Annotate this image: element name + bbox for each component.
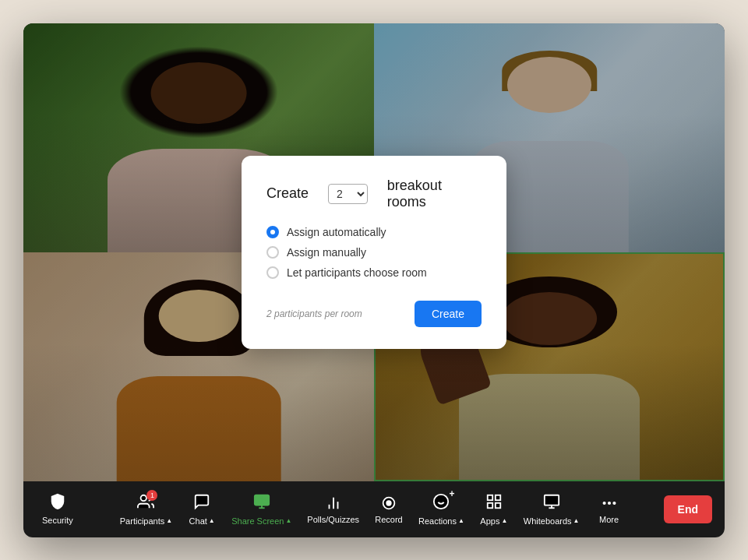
chat-icon-wrap [193,493,210,513]
assignment-options: Assign automatically Assign manually Let… [266,226,482,279]
create-button[interactable]: Create [415,301,482,327]
polls-label: Polls/Quizzes [307,515,359,524]
toolbar-reactions[interactable]: + Reactions ▲ [412,488,471,530]
reactions-label-group: Reactions ▲ [418,516,464,526]
whiteboards-label-group: Whiteboards ▲ [524,516,580,526]
toolbar-whiteboards[interactable]: Whiteboards ▲ [517,488,586,530]
share-screen-icon [253,493,270,510]
radio-label-manual: Assign manually [287,246,366,259]
radio-assign-auto[interactable]: Assign automatically [266,226,482,238]
apps-caret: ▲ [501,517,507,524]
participants-icon-wrap: 1 [137,493,154,513]
modal-title: Create 1 2 3 4 5 breakout rooms [266,178,482,210]
whiteboards-caret: ▲ [573,517,580,524]
apps-icon-wrap [485,493,503,513]
svg-point-9 [386,501,391,505]
modal-title-prefix: Create [266,185,309,202]
svg-rect-14 [496,495,500,499]
toolbar-apps[interactable]: Apps ▲ [474,488,514,530]
chat-icon [193,493,210,510]
modal-title-suffix: breakout rooms [387,178,482,210]
more-icon [601,495,618,512]
toolbar-polls[interactable]: Polls/Quizzes [301,490,365,529]
more-label: More [599,515,619,524]
modal-footer: 2 participants per room Create [266,301,482,327]
radio-circle-manual [266,246,279,259]
share-screen-label: Share Screen [231,516,284,526]
participants-label: Participants [120,516,164,526]
svg-point-10 [434,494,448,508]
apps-label-group: Apps ▲ [480,516,507,526]
apps-label: Apps [480,516,499,526]
security-label: Security [42,516,73,525]
toolbar-left: Security [36,488,79,530]
modal-overlay: Create 1 2 3 4 5 breakout rooms [23,23,725,481]
video-grid: Create 1 2 3 4 5 breakout rooms [23,23,725,481]
svg-rect-15 [488,502,492,507]
chat-caret: ▲ [209,517,215,524]
security-icon [49,493,66,512]
participants-label-group: Participants ▲ [120,516,172,526]
radio-circle-choose [266,266,279,279]
toolbar-center: 1 Participants ▲ Chat ▲ [114,488,630,530]
toolbar-more[interactable]: More [589,490,630,529]
breakout-room-modal: Create 1 2 3 4 5 breakout rooms [242,156,506,349]
svg-point-20 [603,502,605,504]
toolbar-security[interactable]: Security [36,488,79,530]
reactions-icon-wrap: + [432,493,450,513]
toolbar: Security 1 Participants ▲ [23,481,725,537]
app-window: Create 1 2 3 4 5 breakout rooms [23,23,725,537]
reactions-icon [432,493,450,510]
toolbar-participants[interactable]: 1 Participants ▲ [114,488,178,530]
share-screen-icon-wrap [253,493,270,513]
reactions-label: Reactions [418,516,457,526]
share-screen-caret: ▲ [285,517,291,524]
record-label: Record [375,515,402,524]
toolbar-right: End [664,495,712,523]
svg-rect-13 [488,495,492,499]
chat-label: Chat [189,516,207,526]
svg-point-0 [141,495,146,500]
svg-point-21 [609,502,610,504]
participants-caret: ▲ [166,517,172,524]
participants-badge: 1 [146,490,157,501]
record-icon [380,495,397,512]
chat-label-group: Chat ▲ [189,516,215,526]
radio-label-auto: Assign automatically [287,226,386,238]
radio-assign-manual[interactable]: Assign manually [266,246,482,259]
svg-rect-17 [545,495,559,505]
participants-info: 2 participants per room [266,308,362,319]
svg-point-22 [613,502,615,504]
toolbar-chat[interactable]: Chat ▲ [182,488,222,530]
toolbar-share-screen[interactable]: Share Screen ▲ [225,488,298,530]
reactions-caret: ▲ [458,517,464,524]
polls-icon [325,495,342,512]
radio-circle-auto [266,226,279,238]
whiteboards-label: Whiteboards [524,516,572,526]
end-button[interactable]: End [664,495,712,523]
toolbar-record[interactable]: Record [369,490,409,529]
svg-rect-16 [496,502,500,507]
whiteboards-icon [543,493,560,510]
reactions-plus: + [449,488,454,499]
room-count-select[interactable]: 1 2 3 4 5 [328,184,368,204]
apps-icon [485,493,503,510]
radio-label-choose: Let participants choose room [287,266,427,279]
whiteboards-icon-wrap [543,493,560,513]
share-screen-label-group: Share Screen ▲ [231,516,291,526]
radio-participant-choose[interactable]: Let participants choose room [266,266,482,279]
